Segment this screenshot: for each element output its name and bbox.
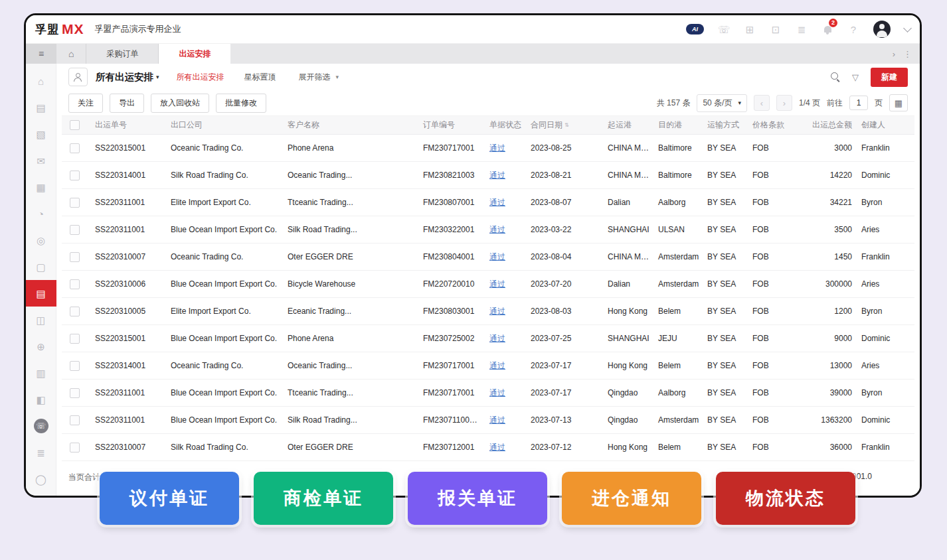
- row-checkbox[interactable]: [70, 252, 80, 262]
- quick-filter-starred[interactable]: 星标置顶: [244, 72, 276, 83]
- headset-icon[interactable]: ☏: [718, 23, 730, 35]
- sidebar-item-company[interactable]: ▦: [26, 174, 56, 200]
- sidebar-item-logistics[interactable]: ⊕: [26, 333, 56, 360]
- cell-status[interactable]: 通过: [481, 415, 523, 426]
- sidebar-item-report[interactable]: ◧: [26, 386, 56, 413]
- ai-assistant-badge[interactable]: AI: [686, 24, 704, 35]
- customs-docs-button[interactable]: 报关单证: [408, 472, 547, 525]
- row-checkbox[interactable]: [70, 415, 80, 425]
- column-header-order-no[interactable]: 订单编号: [415, 119, 481, 131]
- row-checkbox[interactable]: [70, 143, 80, 153]
- cell-status[interactable]: 通过: [481, 170, 523, 181]
- column-header-port-loading[interactable]: 起运港: [600, 119, 650, 131]
- column-header-port-destination[interactable]: 目的港: [650, 119, 699, 131]
- column-header-exporter[interactable]: 出口公司: [163, 119, 280, 131]
- create-button[interactable]: 新建: [871, 68, 908, 87]
- cell-status[interactable]: 通过: [481, 251, 523, 263]
- column-header-contract-date[interactable]: 合同日期⇅: [523, 119, 600, 131]
- tab-more-icon[interactable]: ⋮: [903, 49, 912, 59]
- sidebar-item-mail[interactable]: ✉: [26, 147, 56, 174]
- sidebar-item-server[interactable]: ≣: [26, 439, 56, 466]
- cell-total-amount: 36000: [802, 443, 853, 452]
- cell-status[interactable]: 通过: [481, 360, 523, 372]
- expand-filter[interactable]: 展开筛选 ▾: [299, 72, 339, 83]
- negotiation-docs-button[interactable]: 议付单证: [100, 472, 239, 525]
- sidebar-toggle[interactable]: ≡: [26, 44, 56, 64]
- view-selector-caret-icon[interactable]: ▾: [156, 74, 159, 80]
- column-header-customer[interactable]: 客户名称: [280, 119, 415, 131]
- column-settings-icon[interactable]: ▦: [889, 94, 908, 111]
- cell-price-terms: FOB: [744, 361, 802, 370]
- help-icon[interactable]: ?: [847, 23, 859, 35]
- column-header-shipment-no[interactable]: 出运单号: [87, 119, 163, 131]
- cell-status[interactable]: 通过: [481, 143, 523, 154]
- row-checkbox[interactable]: [70, 361, 80, 371]
- select-all-checkbox[interactable]: [70, 120, 80, 130]
- row-checkbox[interactable]: [70, 279, 80, 289]
- export-button[interactable]: 导出: [110, 94, 144, 113]
- logistics-status-button[interactable]: 物流状态: [716, 472, 855, 525]
- row-checkbox[interactable]: [70, 171, 80, 180]
- row-checkbox-cell: [62, 443, 87, 453]
- cell-contract-date: 2023-08-03: [523, 307, 600, 316]
- cell-status[interactable]: 通过: [481, 224, 523, 236]
- sidebar-item-phone[interactable]: ☏: [26, 413, 56, 439]
- column-header-status[interactable]: 单据状态: [481, 119, 523, 131]
- next-page-button[interactable]: ›: [776, 95, 792, 111]
- cell-customer: Silk Road Trading...: [280, 415, 415, 425]
- row-checkbox[interactable]: [70, 225, 80, 235]
- table-row: SS220310007Oceanic Trading Co.Oter EGGER…: [62, 244, 914, 271]
- sidebar-item-package[interactable]: ▢: [26, 253, 56, 280]
- column-header-price-terms[interactable]: 价格条款: [744, 119, 802, 131]
- sidebar-item-contacts[interactable]: ▤: [26, 94, 56, 121]
- cell-status[interactable]: 通过: [481, 442, 523, 453]
- monitor-icon[interactable]: ⊡: [770, 23, 782, 35]
- sort-icon[interactable]: ⇅: [564, 123, 569, 127]
- sidebar-item-orders[interactable]: ◫: [26, 307, 56, 333]
- follow-button[interactable]: 关注: [68, 94, 103, 113]
- apps-grid-icon[interactable]: ⊞: [744, 23, 756, 35]
- avatar[interactable]: [873, 21, 891, 38]
- recycle-button[interactable]: 放入回收站: [151, 94, 209, 113]
- column-header-creator[interactable]: 创建人: [853, 119, 914, 131]
- column-header-transport[interactable]: 运输方式: [699, 119, 744, 131]
- cell-status[interactable]: 通过: [481, 279, 523, 290]
- sidebar-item-ledger[interactable]: ▥: [26, 360, 56, 386]
- page-size-select[interactable]: 50 条/页 ▾: [697, 94, 747, 112]
- goto-page-input[interactable]: [849, 96, 868, 110]
- row-checkbox[interactable]: [70, 388, 80, 398]
- cell-status[interactable]: 通过: [481, 387, 523, 399]
- tab-purchase-orders[interactable]: 采购订单: [86, 44, 159, 64]
- sidebar-item-home[interactable]: ⌂: [26, 68, 56, 94]
- sidebar-item-target[interactable]: ◎: [26, 227, 56, 253]
- cell-status[interactable]: 通过: [481, 333, 523, 344]
- cell-port-destination: JEJU: [650, 334, 699, 343]
- filter-funnel-icon[interactable]: ▽: [852, 72, 859, 82]
- column-header-total-amount[interactable]: 出运总金额: [802, 119, 853, 131]
- chevron-down-icon[interactable]: [903, 24, 912, 33]
- tasks-icon[interactable]: ≣: [796, 23, 808, 35]
- sidebar-item-shipping-docs[interactable]: ▤: [26, 280, 56, 307]
- prev-page-button[interactable]: ‹: [754, 95, 770, 111]
- view-scope-button[interactable]: [68, 68, 88, 86]
- tab-home[interactable]: ⌂: [56, 44, 86, 64]
- tab-scroll-right-icon[interactable]: ›: [893, 49, 895, 59]
- sidebar-item-help-circle[interactable]: ◯: [26, 466, 56, 492]
- cell-total-amount: 3500: [802, 225, 853, 234]
- inspection-docs-button[interactable]: 商检单证: [254, 472, 393, 525]
- sidebar-item-workflow[interactable]: ▧: [26, 121, 56, 147]
- view-selector[interactable]: 所有出运安排: [96, 71, 153, 84]
- cell-status[interactable]: 通过: [481, 197, 523, 208]
- cell-status[interactable]: 通过: [481, 306, 523, 317]
- row-checkbox[interactable]: [70, 334, 80, 344]
- tab-shipping-arrangement[interactable]: 出运安排: [159, 44, 230, 64]
- bell-icon[interactable]: 2: [821, 23, 833, 35]
- row-checkbox[interactable]: [70, 443, 80, 453]
- row-checkbox[interactable]: [70, 198, 80, 208]
- batch-edit-button[interactable]: 批量修改: [216, 94, 266, 113]
- warehouse-notice-button[interactable]: 进仓通知: [562, 472, 701, 525]
- quick-filter-all[interactable]: 所有出运安排: [177, 72, 224, 83]
- search-icon[interactable]: [831, 72, 840, 82]
- row-checkbox[interactable]: [70, 307, 80, 316]
- sidebar-item-compass[interactable]: ◔: [26, 200, 56, 227]
